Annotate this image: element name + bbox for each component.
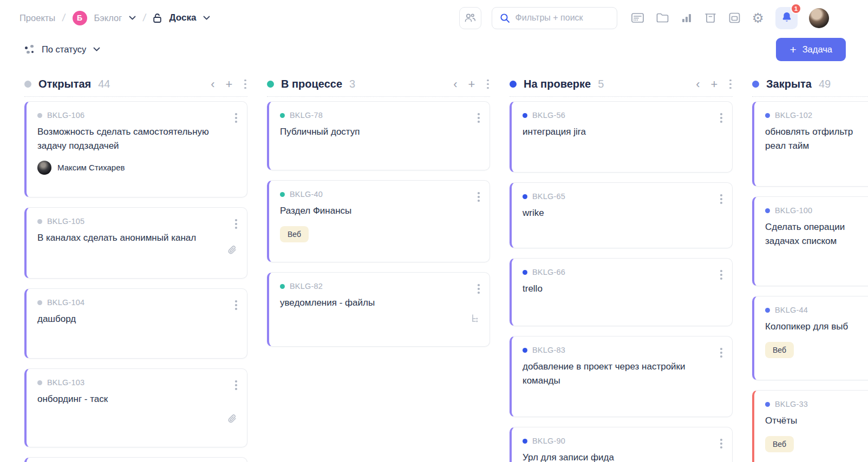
assignee-row: Максим Стихарев bbox=[37, 161, 236, 175]
search-icon bbox=[500, 13, 510, 23]
task-card[interactable]: BKLG-78 Публичный доступ bbox=[267, 101, 490, 170]
column-menu-button[interactable] bbox=[486, 78, 490, 90]
add-task-button[interactable]: + Задача bbox=[776, 38, 846, 61]
project-badge: Б bbox=[73, 11, 87, 25]
task-card[interactable]: BKLG-83 добавление в проект через настро… bbox=[510, 336, 733, 417]
tag-badge: Веб bbox=[765, 342, 794, 358]
collapse-column-button[interactable]: ‹ bbox=[211, 78, 214, 90]
card-title-line: Сделать операции bbox=[765, 220, 868, 234]
members-button[interactable] bbox=[459, 7, 481, 29]
status-dot-icon bbox=[37, 300, 42, 305]
card-title: добавление в проект через настройки кома… bbox=[523, 360, 721, 388]
column-review: На проверке 5 ‹ + BKLG-56 интеграция jir… bbox=[510, 72, 733, 462]
add-task-label: Задача bbox=[802, 44, 832, 55]
chevron-down-icon[interactable] bbox=[203, 16, 210, 21]
kanban-board: Открытая 44 ‹ + BKLG-106 Возможность сде… bbox=[0, 72, 868, 462]
task-card-partial[interactable] bbox=[24, 457, 247, 462]
card-id: BKLG-66 bbox=[532, 268, 565, 276]
add-card-button[interactable]: + bbox=[711, 78, 718, 90]
task-card[interactable]: BKLG-106 Возможность сделать самостоятел… bbox=[24, 101, 247, 197]
card-menu-button[interactable] bbox=[477, 112, 481, 124]
breadcrumb-separator: / bbox=[142, 12, 147, 24]
card-menu-button[interactable] bbox=[719, 347, 723, 359]
task-card[interactable]: BKLG-90 Урл для записи фида bbox=[510, 427, 733, 462]
task-card[interactable]: BKLG-102 обновлять отфильтр реал тайм bbox=[752, 101, 868, 187]
task-card[interactable]: BKLG-66 trello bbox=[510, 258, 733, 326]
topbar-icon-row: ⚙ 1 bbox=[631, 7, 829, 29]
user-avatar[interactable] bbox=[809, 8, 829, 28]
card-menu-button[interactable] bbox=[234, 218, 238, 230]
card-menu-button[interactable] bbox=[719, 193, 723, 205]
add-card-button[interactable]: + bbox=[468, 78, 475, 90]
notifications-button[interactable]: 1 bbox=[775, 7, 798, 29]
card-menu-button[interactable] bbox=[719, 269, 723, 281]
status-dot-icon bbox=[765, 208, 770, 213]
folder-icon[interactable] bbox=[656, 12, 669, 24]
task-card[interactable]: BKLG-103 онбординг - таск bbox=[24, 368, 247, 447]
task-card[interactable]: BKLG-44 Колопикер для выб Веб bbox=[752, 296, 868, 380]
task-card[interactable]: BKLG-100 Сделать операции задачах списко… bbox=[752, 196, 868, 286]
card-title: Сделать операции задачах списком bbox=[765, 220, 868, 249]
card-title: онбординг - таск bbox=[37, 392, 236, 406]
breadcrumb-separator: / bbox=[62, 12, 66, 24]
card-id: BKLG-104 bbox=[47, 298, 84, 307]
status-dot-icon bbox=[510, 81, 517, 88]
card-title-line: Колопикер для выб bbox=[765, 320, 868, 334]
gear-icon[interactable]: ⚙ bbox=[752, 11, 764, 25]
card-id: BKLG-78 bbox=[290, 111, 323, 120]
card-title: В каналах сделать анонимный канал bbox=[37, 231, 236, 245]
collapse-column-button[interactable]: ‹ bbox=[696, 78, 700, 90]
column-menu-button[interactable] bbox=[728, 78, 733, 90]
column-header: Открытая 44 ‹ + bbox=[24, 72, 247, 97]
column-count: 5 bbox=[598, 78, 604, 90]
task-card[interactable]: BKLG-56 интеграция jira bbox=[510, 101, 733, 173]
add-card-button[interactable]: + bbox=[226, 78, 233, 90]
task-card[interactable]: BKLG-65 wrike bbox=[510, 182, 733, 248]
card-title: Публичный доступ bbox=[280, 125, 479, 139]
column-count: 49 bbox=[819, 78, 831, 90]
group-by-label: По статусу bbox=[42, 44, 86, 55]
breadcrumb-projects-link[interactable]: Проекты bbox=[19, 13, 55, 23]
column-header: В процессе 3 ‹ + bbox=[267, 72, 490, 97]
search-input[interactable] bbox=[515, 13, 609, 23]
breadcrumb-view-label[interactable]: Доска bbox=[169, 12, 196, 23]
column-closed: Закрыта 49 ‹ + BKLG-102 обновлять отфиль… bbox=[752, 72, 868, 462]
column-menu-button[interactable] bbox=[243, 78, 247, 90]
archive-icon[interactable] bbox=[704, 12, 717, 24]
bar-chart-icon[interactable] bbox=[681, 12, 693, 24]
column-count: 3 bbox=[349, 78, 355, 90]
task-card[interactable]: BKLG-104 дашборд bbox=[24, 288, 247, 359]
lock-icon bbox=[153, 13, 162, 23]
assignee-name: Максим Стихарев bbox=[57, 163, 125, 172]
card-id: BKLG-82 bbox=[290, 282, 323, 291]
card-menu-button[interactable] bbox=[719, 112, 723, 124]
status-dot-icon bbox=[523, 270, 527, 275]
task-card[interactable]: BKLG-82 уведомления - файлы bbox=[267, 272, 490, 347]
card-menu-button[interactable] bbox=[234, 112, 238, 124]
task-card[interactable]: BKLG-40 Раздел Финансы Веб bbox=[267, 180, 490, 262]
card-menu-button[interactable] bbox=[234, 379, 238, 391]
card-menu-button[interactable] bbox=[719, 438, 723, 450]
status-dot-icon bbox=[267, 81, 274, 88]
card-title-line: задачах списком bbox=[765, 234, 868, 248]
window-icon[interactable] bbox=[728, 12, 741, 24]
task-card[interactable]: BKLG-105 В каналах сделать анонимный кан… bbox=[24, 207, 247, 279]
card-menu-button[interactable] bbox=[477, 191, 481, 203]
board-notes-icon[interactable] bbox=[631, 12, 644, 24]
card-id: BKLG-105 bbox=[47, 217, 84, 226]
status-dot-icon bbox=[523, 194, 527, 199]
card-title: Колопикер для выб bbox=[765, 320, 868, 334]
task-card[interactable]: BKLG-33 Отчёты Веб bbox=[752, 390, 868, 462]
status-dot-icon bbox=[280, 192, 285, 197]
search-field[interactable] bbox=[492, 7, 617, 29]
breadcrumb-project-link[interactable]: Бэклог bbox=[94, 13, 122, 23]
status-dot-icon bbox=[37, 219, 42, 224]
top-bar: Проекты / Б Бэклог / Доска bbox=[0, 0, 868, 36]
collapse-column-button[interactable]: ‹ bbox=[453, 78, 457, 90]
card-menu-button[interactable] bbox=[234, 299, 238, 311]
group-by-selector[interactable]: По статусу bbox=[24, 44, 100, 55]
card-menu-button[interactable] bbox=[477, 283, 481, 295]
chevron-down-icon[interactable] bbox=[129, 16, 136, 21]
attachment-icon bbox=[227, 414, 237, 424]
card-id: BKLG-65 bbox=[532, 192, 565, 201]
